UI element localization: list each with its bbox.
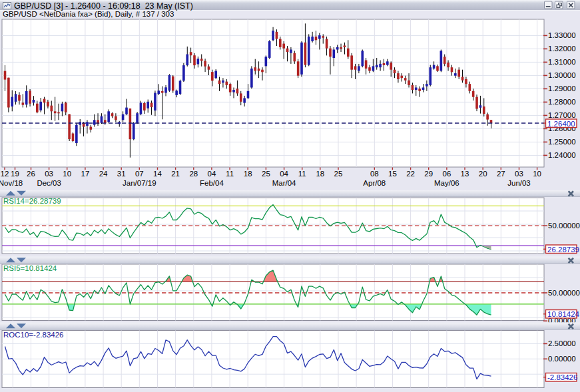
svg-text:21: 21 bbox=[171, 170, 180, 178]
svg-text:1.31000: 1.31000 bbox=[548, 58, 576, 66]
svg-text:Mar/04: Mar/04 bbox=[272, 179, 296, 187]
svg-text:29: 29 bbox=[424, 170, 433, 178]
svg-text:1.27000: 1.27000 bbox=[548, 111, 576, 119]
svg-text:15: 15 bbox=[388, 170, 397, 178]
svg-text:28: 28 bbox=[189, 170, 198, 178]
svg-text:31: 31 bbox=[117, 170, 126, 178]
svg-text:1.29000: 1.29000 bbox=[548, 85, 576, 93]
svg-text:19: 19 bbox=[11, 170, 19, 178]
svg-text:1.33000: 1.33000 bbox=[548, 31, 576, 39]
svg-text:May/06: May/06 bbox=[434, 179, 459, 187]
svg-text:50.00000: 50.00000 bbox=[548, 289, 580, 297]
svg-text:0.00000: 0.00000 bbox=[548, 355, 576, 363]
svg-text:10: 10 bbox=[63, 170, 71, 178]
svg-text:14: 14 bbox=[153, 170, 162, 178]
svg-text:2.50000: 2.50000 bbox=[548, 339, 576, 347]
svg-text:03: 03 bbox=[45, 170, 53, 178]
svg-text:24: 24 bbox=[99, 170, 108, 178]
svg-text:Apr/08: Apr/08 bbox=[363, 179, 386, 187]
svg-text:1.28000: 1.28000 bbox=[548, 98, 576, 106]
svg-text:1.26400: 1.26400 bbox=[547, 120, 575, 128]
svg-text:13: 13 bbox=[461, 170, 469, 178]
svg-text:22: 22 bbox=[406, 170, 415, 178]
svg-text:Feb/04: Feb/04 bbox=[200, 179, 224, 187]
svg-text:03: 03 bbox=[515, 170, 523, 178]
svg-text:Dec/03: Dec/03 bbox=[37, 179, 61, 187]
svg-text:-2.83426: -2.83426 bbox=[547, 373, 577, 381]
svg-text:GBP/USD [3] - 1.26400 - 16:09:: GBP/USD [3] - 1.26400 - 16:09:18 23 May … bbox=[14, 1, 193, 11]
svg-text:50.00000: 50.00000 bbox=[548, 222, 580, 230]
svg-text:20: 20 bbox=[479, 170, 487, 178]
svg-text:1.25000: 1.25000 bbox=[548, 138, 576, 146]
svg-text:Jun/03: Jun/03 bbox=[507, 179, 531, 187]
svg-text:Nov/18: Nov/18 bbox=[0, 179, 23, 187]
svg-text:11: 11 bbox=[298, 170, 306, 178]
svg-text:18: 18 bbox=[244, 170, 252, 178]
svg-text:26.28739: 26.28739 bbox=[547, 246, 579, 254]
svg-text:RSI5=10.81424: RSI5=10.81424 bbox=[3, 264, 57, 272]
svg-text:Jan/07/19: Jan/07/19 bbox=[123, 179, 156, 187]
svg-text:06: 06 bbox=[443, 170, 451, 178]
svg-text:17: 17 bbox=[81, 170, 90, 178]
svg-text:25: 25 bbox=[334, 170, 343, 178]
svg-text:11: 11 bbox=[226, 170, 234, 178]
svg-text:18: 18 bbox=[316, 170, 324, 178]
svg-text:12: 12 bbox=[1, 170, 9, 178]
svg-text:ROC10=-2.83426: ROC10=-2.83426 bbox=[3, 331, 63, 339]
svg-text:26: 26 bbox=[27, 170, 35, 178]
svg-text:GBP/USD <NetDania fxa> (Bid),: GBP/USD <NetDania fxa> (Bid), Daily, # 1… bbox=[3, 10, 174, 18]
svg-text:27: 27 bbox=[497, 170, 505, 178]
svg-text:1.32000: 1.32000 bbox=[548, 45, 576, 53]
svg-text:1.24000: 1.24000 bbox=[548, 151, 576, 159]
svg-text:07: 07 bbox=[135, 170, 144, 178]
svg-text:1.30000: 1.30000 bbox=[548, 71, 576, 79]
svg-text:10.81424: 10.81424 bbox=[547, 310, 580, 318]
svg-text:10: 10 bbox=[533, 170, 541, 178]
svg-text:RSI14=26.28739: RSI14=26.28739 bbox=[3, 197, 61, 205]
svg-text:04: 04 bbox=[280, 170, 288, 178]
svg-text:04: 04 bbox=[208, 170, 216, 178]
svg-text:08: 08 bbox=[370, 170, 379, 178]
svg-text:25: 25 bbox=[262, 170, 270, 178]
